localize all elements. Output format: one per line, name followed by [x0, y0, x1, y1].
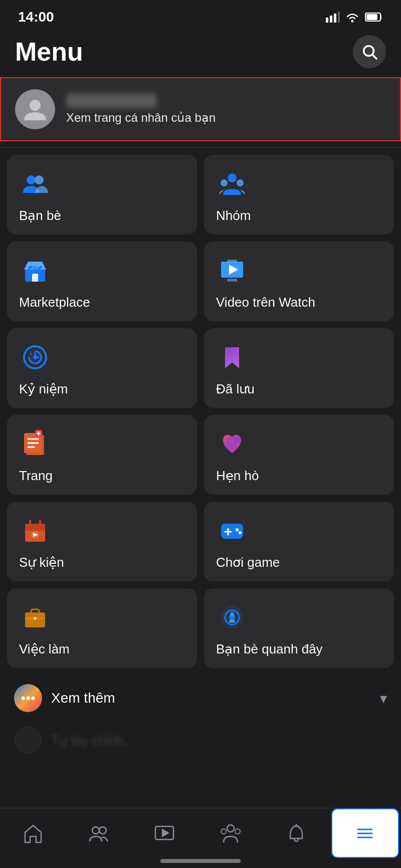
groups-nav-icon: [220, 822, 242, 844]
status-time: 14:00: [18, 9, 54, 25]
friends-icon: [19, 168, 51, 200]
header: Menu: [0, 30, 401, 77]
watch-nav-icon: [153, 822, 175, 844]
memories-label: Kỷ niệm: [19, 381, 68, 397]
svg-rect-41: [221, 524, 243, 539]
svg-point-11: [35, 175, 44, 184]
svg-rect-1: [330, 16, 332, 23]
svg-point-45: [239, 531, 242, 534]
marketplace-icon: [19, 255, 51, 287]
gaming-label: Chơi game: [216, 555, 280, 570]
svg-point-59: [99, 827, 106, 834]
svg-point-63: [221, 829, 226, 834]
menu-grid: Bạn bè Nhóm Mark: [0, 148, 401, 675]
events-label: Sự kiện: [19, 555, 64, 570]
search-button[interactable]: [353, 35, 386, 68]
menu-nav-icon: [354, 822, 376, 844]
avatar: [15, 89, 55, 129]
wifi-icon: [345, 12, 360, 23]
pages-icon: [19, 428, 51, 460]
svg-rect-0: [326, 18, 328, 23]
nav-menu[interactable]: [331, 808, 399, 858]
svg-rect-36: [25, 524, 45, 531]
memories-icon: [19, 341, 51, 373]
svg-point-9: [30, 100, 41, 111]
groups-icon: [216, 168, 248, 200]
friends-nav-icon: [88, 822, 110, 844]
bottom-hint: Tự tùy chỉnh...: [0, 721, 401, 759]
svg-point-62: [227, 825, 234, 832]
svg-rect-47: [31, 609, 39, 613]
nav-watch[interactable]: [132, 808, 197, 858]
nav-groups[interactable]: [197, 808, 263, 858]
svg-point-57: [32, 697, 35, 700]
nav-home[interactable]: [0, 808, 66, 858]
marketplace-label: Marketplace: [19, 295, 90, 310]
bottom-hint-text: Tự tùy chỉnh...: [51, 733, 134, 748]
svg-point-4: [351, 20, 354, 23]
search-icon: [361, 43, 378, 60]
see-more-icon: [14, 684, 42, 712]
svg-point-64: [235, 829, 240, 834]
see-more-row[interactable]: Xem thêm ▾: [0, 675, 401, 721]
watch-label: Video trên Watch: [216, 295, 315, 310]
nav-notifications[interactable]: [263, 808, 329, 858]
nearby-label: Bạn bè quanh đây: [216, 641, 323, 657]
profile-info: Xem trang cá nhân của bạn: [66, 94, 216, 125]
menu-item-groups[interactable]: Nhóm: [204, 155, 394, 235]
watch-icon: [216, 255, 248, 287]
menu-item-friends[interactable]: Bạn bè: [7, 155, 197, 235]
notifications-nav-icon: [285, 822, 307, 844]
home-indicator: [160, 859, 241, 863]
svg-point-14: [237, 179, 244, 186]
see-more-label: Xem thêm: [51, 690, 371, 706]
profile-subtitle: Xem trang cá nhân của bạn: [66, 111, 216, 125]
menu-item-dating[interactable]: Hẹn hò: [204, 415, 394, 495]
svg-point-56: [27, 697, 30, 700]
signal-icon: [326, 12, 340, 23]
svg-point-54: [230, 612, 234, 616]
status-bar: 14:00: [0, 0, 401, 30]
home-nav-icon: [22, 822, 44, 844]
gaming-icon: [216, 515, 248, 547]
menu-item-events[interactable]: Sự kiện: [7, 502, 197, 581]
svg-point-44: [236, 528, 239, 531]
menu-item-gaming[interactable]: Chơi game: [204, 502, 394, 581]
nearby-icon: [216, 601, 248, 633]
chevron-down-icon: ▾: [380, 690, 387, 707]
svg-rect-3: [338, 12, 340, 23]
svg-rect-20: [227, 279, 237, 282]
svg-point-58: [92, 827, 99, 834]
svg-point-13: [221, 179, 228, 186]
nav-friends[interactable]: [66, 808, 131, 858]
page-title: Menu: [15, 37, 83, 67]
svg-marker-61: [162, 829, 168, 836]
avatar-icon: [21, 95, 49, 123]
menu-item-saved[interactable]: Đã lưu: [204, 328, 394, 408]
menu-item-marketplace[interactable]: Marketplace: [7, 242, 197, 321]
menu-item-memories[interactable]: Kỷ niệm: [7, 328, 197, 408]
svg-point-50: [34, 617, 36, 619]
dating-icon: [216, 428, 248, 460]
svg-rect-21: [227, 260, 237, 263]
friends-label: Bạn bè: [19, 208, 61, 224]
menu-item-pages[interactable]: Trang: [7, 415, 197, 495]
status-icons: [326, 12, 383, 23]
saved-label: Đã lưu: [216, 381, 255, 397]
menu-item-watch[interactable]: Video trên Watch: [204, 242, 394, 321]
events-icon: [19, 515, 51, 547]
svg-line-8: [372, 55, 376, 59]
pages-label: Trang: [19, 468, 53, 484]
svg-rect-2: [334, 14, 336, 23]
svg-point-10: [27, 175, 36, 184]
menu-item-nearby[interactable]: Bạn bè quanh đây: [204, 588, 394, 668]
jobs-icon: [19, 601, 51, 633]
svg-point-55: [22, 697, 25, 700]
bottom-hint-icon: [14, 726, 42, 754]
saved-icon: [216, 341, 248, 373]
menu-item-jobs[interactable]: Việc làm: [7, 588, 197, 668]
battery-icon: [365, 12, 383, 22]
profile-card[interactable]: Xem trang cá nhân của bạn: [0, 77, 401, 141]
dating-label: Hẹn hò: [216, 468, 259, 484]
jobs-label: Việc làm: [19, 641, 70, 657]
